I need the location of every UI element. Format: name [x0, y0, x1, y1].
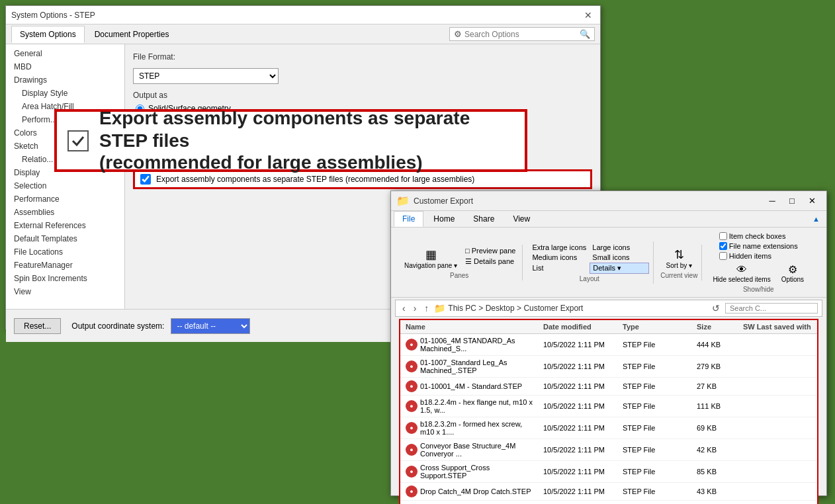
ribbon-expand-btn[interactable]: ▲: [809, 211, 824, 227]
list-item[interactable]: ● 01-1007_Standard Leg_As Machined_.STEP…: [400, 356, 817, 378]
sidebar-item-feature-manager[interactable]: FeatureManager: [6, 259, 124, 272]
file-size: 43 KB: [691, 486, 738, 497]
nav-pane-label: Navigation pane ▾: [404, 262, 457, 269]
sidebar-item-spin-box[interactable]: Spin Box Increments: [6, 272, 124, 285]
ribbon-tab-share[interactable]: Share: [464, 211, 503, 227]
hide-selected-btn[interactable]: 👁 Hide selected items: [709, 263, 774, 284]
sidebar-item-drawings[interactable]: Drawings: [6, 73, 124, 87]
reset-button[interactable]: Reset...: [14, 318, 61, 334]
file-sw: [738, 470, 817, 473]
file-size: 69 KB: [691, 423, 738, 433]
extra-large-icons-btn[interactable]: Extra large icons: [529, 243, 589, 252]
explorer-titlebar: 📁 Customer Export ─ □ ✕: [391, 191, 826, 211]
ribbon-tab-home[interactable]: Home: [425, 211, 463, 227]
ribbon-group-layout: Extra large icons Large icons Medium ico…: [525, 241, 654, 284]
ribbon-tab-view[interactable]: View: [504, 211, 539, 227]
file-icon: ●: [406, 444, 418, 456]
item-check-boxes-btn[interactable]: Item check boxes: [717, 231, 801, 241]
sidebar-item-performance[interactable]: Performance: [6, 192, 124, 206]
ribbon-tab-file[interactable]: File: [394, 211, 423, 227]
list-item[interactable]: ● Roller Bearing Assembly_12 Roller Even…: [400, 501, 817, 504]
file-type: STEP File: [617, 486, 691, 497]
tab-system-options[interactable]: System Options: [11, 26, 85, 43]
list-item[interactable]: ● 01-1006_4M STANDARD_As Machined_S... 1…: [400, 334, 817, 356]
list-item[interactable]: ● Cross Support_Cross Support.STEP 10/5/…: [400, 461, 817, 483]
annotation-checkbox-visual: [67, 130, 89, 151]
explorer-minimize-button[interactable]: ─: [763, 194, 781, 208]
address-search-input[interactable]: [730, 304, 813, 312]
sort-by-btn[interactable]: ⇅ Sort by ▾: [662, 246, 696, 271]
file-date: 10/5/2022 1:11 PM: [538, 486, 617, 497]
explorer-maximize-button[interactable]: □: [783, 194, 801, 208]
col-header-size[interactable]: Size: [691, 321, 738, 332]
sidebar-item-file-locations[interactable]: File Locations: [6, 245, 124, 259]
show-hide-label: Show/hide: [743, 286, 774, 293]
list-item[interactable]: ● Conveyor Base Structure_4M Converyor .…: [400, 439, 817, 461]
sidebar-item-assemblies[interactable]: Assemblies: [6, 206, 124, 219]
back-button[interactable]: ‹: [400, 302, 408, 314]
forward-button[interactable]: ›: [411, 302, 419, 314]
file-sw: [738, 427, 817, 429]
file-name-cell: ● Drop Catch_4M Drop Catch.STEP: [400, 484, 538, 499]
sidebar-item-selection[interactable]: Selection: [6, 179, 124, 192]
file-name: Cross Support_Cross Support.STEP: [420, 464, 533, 480]
file-type: STEP File: [617, 381, 691, 392]
hidden-items-btn[interactable]: Hidden items: [717, 251, 801, 261]
file-format-dropdown-row: STEP: [133, 68, 592, 84]
list-item[interactable]: ● Drop Catch_4M Drop Catch.STEP 10/5/202…: [400, 483, 817, 501]
file-date: 10/5/2022 1:11 PM: [538, 401, 617, 411]
col-header-date[interactable]: Date modified: [538, 321, 617, 332]
search-input[interactable]: [464, 30, 580, 39]
options-icon: ⚙: [788, 263, 797, 276]
file-list-header: Name Date modified Type Size SW Last sav…: [400, 320, 817, 334]
preview-icon: □: [465, 247, 470, 255]
file-sw: [738, 490, 817, 493]
large-icons-btn[interactable]: Large icons: [590, 243, 649, 252]
file-sw: [738, 343, 817, 346]
file-format-select[interactable]: STEP: [133, 68, 279, 84]
tab-document-properties[interactable]: Document Properties: [86, 26, 178, 43]
medium-icons-btn[interactable]: Medium icons: [529, 253, 589, 262]
file-type: STEP File: [617, 466, 691, 477]
list-item[interactable]: ● b18.2.2.4m - hex flange nut, m10 x 1.5…: [400, 396, 817, 417]
options-btn[interactable]: ⚙ Options: [777, 262, 808, 284]
file-name: Drop Catch_4M Drop Catch.STEP: [420, 487, 531, 495]
coord-dropdown[interactable]: -- default --: [171, 318, 250, 334]
folder-icon: 📁: [396, 194, 410, 207]
sidebar-item-external-refs[interactable]: External References: [6, 219, 124, 232]
sidebar-item-display-style[interactable]: Display Style: [6, 87, 124, 100]
file-name-cell: ● b18.2.3.2m - formed hex screw, m10 x 1…: [400, 419, 538, 437]
file-name-cell: ● 01-1006_4M STANDARD_As Machined_S...: [400, 335, 538, 354]
close-button[interactable]: ✕: [582, 9, 595, 22]
col-header-name[interactable]: Name: [400, 321, 538, 332]
col-header-type[interactable]: Type: [617, 321, 691, 332]
list-item[interactable]: ● b18.2.3.2m - formed hex screw, m10 x 1…: [400, 417, 817, 439]
file-sw: [738, 365, 817, 368]
show-hide-options: Item check boxes File name extensions Hi…: [717, 231, 801, 261]
up-button[interactable]: ↑: [421, 302, 431, 314]
ribbon-navigation-pane-btn[interactable]: ▦ Navigation pane ▾: [400, 246, 461, 271]
file-date: 10/5/2022 1:11 PM: [538, 361, 617, 372]
details-pane-btn[interactable]: ☰ Details pane: [462, 257, 518, 267]
col-header-sw[interactable]: SW Last saved with: [738, 321, 817, 332]
sidebar-item-default-templates[interactable]: Default Templates: [6, 232, 124, 245]
file-name-extensions-btn[interactable]: File name extensions: [717, 241, 801, 251]
file-date: 10/5/2022 1:11 PM: [538, 466, 617, 477]
preview-pane-btn[interactable]: □ Preview pane: [462, 246, 518, 255]
file-date: 10/5/2022 1:11 PM: [538, 381, 617, 392]
sidebar-item-general[interactable]: General: [6, 47, 124, 60]
sidebar-item-view[interactable]: View: [6, 285, 124, 298]
file-name: Conveyor Base Structure_4M Converyor ...: [420, 442, 533, 458]
refresh-button[interactable]: ↺: [709, 302, 723, 314]
checkbox-export-assembly[interactable]: [140, 174, 151, 185]
list-btn[interactable]: List: [529, 263, 589, 274]
details-btn[interactable]: Details ▾: [590, 263, 649, 274]
list-item[interactable]: ● 01-10001_4M - Standard.STEP 10/5/2022 …: [400, 378, 817, 396]
explorer-close-button[interactable]: ✕: [803, 194, 821, 208]
gear-icon: ⚙: [454, 29, 462, 39]
small-icons-btn[interactable]: Small icons: [590, 253, 649, 262]
current-view-label: Current view: [660, 272, 697, 279]
sidebar-item-mbd[interactable]: MBD: [6, 60, 124, 73]
hide-icon: 👁: [736, 264, 747, 276]
file-list: Name Date modified Type Size SW Last sav…: [399, 319, 818, 504]
